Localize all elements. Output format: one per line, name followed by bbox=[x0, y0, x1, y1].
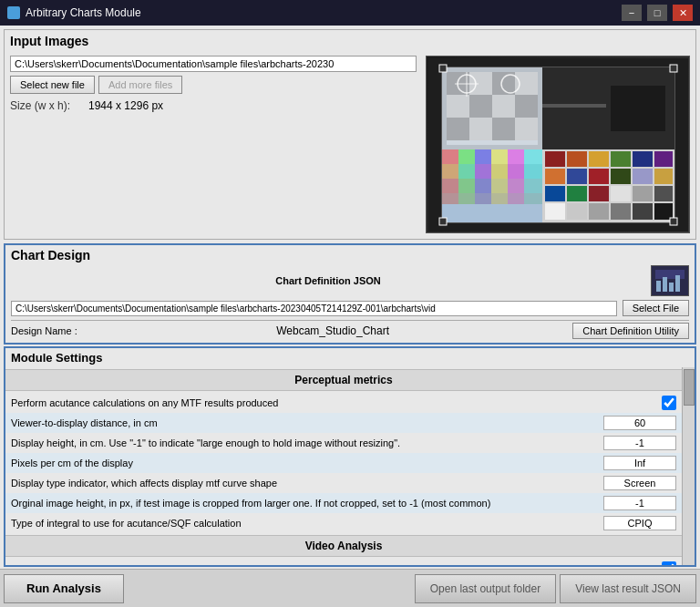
settings-row: Orginal image height, in px, if test ima… bbox=[5, 493, 682, 513]
settings-row: Type of integral to use for acutance/SQF… bbox=[5, 513, 682, 533]
svg-rect-57 bbox=[654, 169, 673, 184]
settings-value-input[interactable] bbox=[603, 496, 676, 510]
svg-rect-31 bbox=[508, 164, 524, 179]
svg-rect-72 bbox=[542, 104, 606, 108]
run-analysis-button[interactable]: Run Analysis bbox=[4, 574, 124, 603]
svg-rect-36 bbox=[491, 179, 508, 193]
svg-rect-30 bbox=[491, 164, 508, 179]
svg-rect-43 bbox=[508, 193, 524, 204]
chart-design-header: Chart Design bbox=[5, 245, 695, 265]
svg-rect-21 bbox=[442, 149, 458, 164]
svg-rect-66 bbox=[589, 203, 609, 220]
view-last-result-button[interactable]: View last result JSON bbox=[560, 574, 696, 603]
settings-row: Perform acutance calculations on any MTF… bbox=[5, 393, 682, 413]
minimize-button[interactable]: − bbox=[622, 5, 642, 21]
svg-rect-37 bbox=[508, 179, 524, 193]
svg-rect-56 bbox=[633, 169, 653, 184]
svg-rect-47 bbox=[567, 151, 587, 167]
svg-rect-54 bbox=[589, 169, 609, 184]
svg-rect-55 bbox=[611, 169, 631, 184]
svg-rect-35 bbox=[475, 179, 491, 193]
chart-design-body: Chart Definition JSON bbox=[5, 265, 695, 343]
settings-row: Viewer-to-display distance, in cm bbox=[5, 413, 682, 433]
svg-rect-23 bbox=[475, 149, 491, 164]
maximize-button[interactable]: □ bbox=[647, 5, 667, 21]
svg-rect-71 bbox=[611, 86, 665, 131]
settings-row: Display height, in cm. Use "-1" to indic… bbox=[5, 433, 682, 453]
chart-preview-svg bbox=[428, 58, 688, 231]
svg-rect-48 bbox=[589, 151, 609, 167]
svg-rect-26 bbox=[524, 149, 542, 164]
input-left-panel: Select new file Add more files Size (w x… bbox=[10, 56, 417, 233]
svg-rect-38 bbox=[524, 179, 542, 193]
svg-rect-32 bbox=[524, 164, 542, 179]
settings-row-label: Display height, in cm. Use "-1" to indic… bbox=[11, 437, 603, 448]
image-preview-inner bbox=[427, 57, 689, 232]
svg-rect-80 bbox=[663, 277, 667, 292]
scrollbar-track[interactable] bbox=[682, 367, 695, 565]
settings-checkbox[interactable] bbox=[662, 396, 676, 410]
svg-rect-52 bbox=[545, 169, 565, 184]
window-controls: − □ ✕ bbox=[622, 5, 693, 21]
svg-rect-28 bbox=[458, 164, 475, 179]
svg-rect-73 bbox=[439, 65, 447, 72]
chart-design-section: Chart Design Chart Definition JSON bbox=[4, 243, 696, 345]
design-name-value: Webcam_Studio_Chart bbox=[98, 324, 567, 337]
image-preview bbox=[426, 56, 690, 233]
settings-value-input[interactable] bbox=[603, 476, 676, 490]
bottom-right: Open last output folder View last result… bbox=[415, 574, 696, 603]
settings-row: Perform Video Analysis bbox=[5, 559, 682, 565]
svg-rect-7 bbox=[515, 72, 538, 95]
select-file-button[interactable]: Select File bbox=[623, 300, 689, 316]
svg-rect-40 bbox=[458, 193, 475, 204]
svg-rect-74 bbox=[670, 65, 677, 72]
module-settings-section: Module Settings Perceptual metricsPerfor… bbox=[4, 346, 696, 567]
settings-row-label: Viewer-to-display distance, in cm bbox=[11, 417, 603, 428]
settings-value-input[interactable] bbox=[603, 456, 676, 470]
settings-value-input[interactable] bbox=[603, 416, 676, 430]
settings-row-label: Orginal image height, in px, if test ima… bbox=[11, 498, 603, 509]
app-icon bbox=[7, 6, 20, 19]
size-value: 1944 x 1296 px bbox=[88, 99, 163, 112]
svg-rect-14 bbox=[492, 118, 515, 140]
input-images-body: Select new file Add more files Size (w x… bbox=[5, 50, 695, 239]
svg-rect-42 bbox=[491, 193, 508, 204]
close-button[interactable]: ✕ bbox=[673, 5, 693, 21]
add-more-files-button[interactable]: Add more files bbox=[98, 76, 182, 94]
svg-rect-53 bbox=[567, 169, 587, 184]
settings-value-input[interactable] bbox=[603, 516, 676, 530]
settings-row-label: Display type indicator, which affects di… bbox=[11, 478, 603, 489]
svg-rect-39 bbox=[442, 193, 458, 204]
settings-row-label: Pixels per cm of the display bbox=[11, 458, 603, 468]
svg-rect-78 bbox=[655, 270, 685, 279]
svg-rect-60 bbox=[589, 186, 609, 201]
scrollbar-thumb[interactable] bbox=[684, 369, 695, 406]
bottom-bar: Run Analysis Open last output folder Vie… bbox=[0, 569, 700, 607]
json-path-input[interactable] bbox=[11, 301, 617, 316]
svg-rect-58 bbox=[545, 186, 565, 201]
svg-rect-51 bbox=[654, 151, 673, 167]
main-content: Input Images Select new file Add more fi… bbox=[0, 26, 700, 607]
svg-rect-46 bbox=[545, 151, 565, 167]
chart-icon bbox=[651, 265, 689, 296]
svg-rect-13 bbox=[469, 118, 492, 140]
settings-row: Pixels per cm of the display bbox=[5, 453, 682, 473]
settings-value-input[interactable] bbox=[603, 436, 676, 450]
json-label: Chart Definition JSON bbox=[11, 275, 645, 286]
svg-rect-61 bbox=[611, 186, 631, 201]
settings-row-label: Perform Video Analysis bbox=[11, 563, 662, 565]
svg-rect-65 bbox=[567, 203, 587, 220]
settings-scroll[interactable]: Perceptual metricsPerform acutance calcu… bbox=[5, 367, 682, 565]
chart-definition-utility-button[interactable]: Chart Definition Utility bbox=[572, 323, 689, 339]
open-last-output-button[interactable]: Open last output folder bbox=[415, 574, 556, 603]
chart-icon-svg bbox=[654, 268, 686, 293]
input-images-section: Input Images Select new file Add more fi… bbox=[4, 29, 696, 240]
settings-checkbox[interactable] bbox=[662, 561, 676, 565]
settings-group-header: Video Analysis bbox=[5, 535, 682, 557]
svg-rect-41 bbox=[475, 193, 491, 204]
file-path-input[interactable] bbox=[10, 56, 417, 72]
svg-rect-64 bbox=[545, 203, 565, 220]
select-new-file-button[interactable]: Select new file bbox=[10, 76, 95, 94]
svg-rect-63 bbox=[654, 186, 673, 201]
svg-rect-27 bbox=[442, 164, 458, 179]
